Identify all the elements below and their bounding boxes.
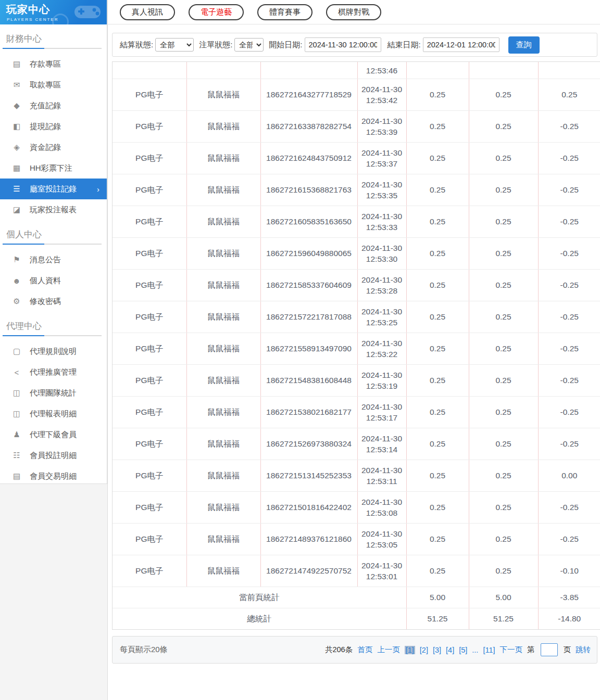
sidebar-item[interactable]: ☷ 會員投註明細 — [0, 445, 107, 466]
table-row: PG电子 鼠鼠福福 1862721585337604609 2024-11-30… — [113, 270, 600, 301]
sidebar-item[interactable]: < 代理推廣管理 — [0, 362, 107, 383]
sidebar-item[interactable]: ▤ 存款專區 — [0, 54, 107, 74]
page-number-link[interactable]: [5] — [459, 646, 467, 654]
cell-game-name: 鼠鼠福福 — [186, 79, 260, 111]
summary-win-loss: -14.80 — [538, 608, 600, 630]
cell-game-name: 鼠鼠福福 — [186, 270, 260, 301]
cell-win-loss: 0.25 — [538, 79, 600, 111]
summary-label: 總統計 — [113, 608, 406, 630]
sidebar-item[interactable]: ▢ 代理規則說明 — [0, 341, 107, 362]
cell-order-id: 1862721489376121860 — [260, 524, 357, 555]
sidebar-item-label: 消息公告 — [30, 255, 99, 265]
cell-game-name: 鼠鼠福福 — [186, 206, 260, 238]
goto-page-input[interactable] — [541, 643, 558, 656]
prev-page-link[interactable]: 上一页 — [377, 645, 400, 655]
table-row: PG电子 鼠鼠福福 1862721596049880065 2024-11-30… — [113, 238, 600, 270]
cell-platform: PG电子 — [113, 460, 186, 492]
sidebar-item[interactable]: ⚑ 消息公告 — [0, 249, 107, 270]
cell-time: 2024-11-3012:53:14 — [357, 428, 406, 460]
sidebar-item[interactable]: ◈ 資金記錄 — [0, 137, 107, 158]
page-number-link[interactable]: [4] — [446, 646, 454, 654]
sidebar-item[interactable]: ⚙ 修改密碼 — [0, 291, 107, 312]
sidebar-item[interactable]: ◧ 提現記錄 — [0, 116, 107, 137]
cell-time: 2024-11-3012:53:39 — [357, 111, 406, 143]
cell-game-name: 鼠鼠福福 — [186, 111, 260, 143]
table-row: PG电子 鼠鼠福福 1862721474922570752 2024-11-30… — [113, 555, 600, 587]
first-page-link[interactable]: 首页 — [357, 645, 372, 655]
cell-game-name: 鼠鼠福福 — [186, 333, 260, 365]
cell-valid-bet: 0.25 — [469, 365, 538, 397]
deposit-card-icon: ▤ — [12, 59, 21, 69]
pager: 共206条 首页 上一页 [1] [2] [3] [4] [5] — [325, 643, 591, 656]
settle-status-select[interactable]: 全部 — [155, 38, 194, 52]
sidebar-item-label: 取款專區 — [30, 80, 99, 90]
sidebar-item[interactable]: ◫ 代理團隊統計 — [0, 383, 107, 403]
cell-valid-bet: 0.25 — [469, 460, 538, 492]
page-number-link[interactable]: ... — [472, 646, 478, 654]
cell-bet-amount: 0.25 — [406, 555, 469, 587]
goto-suffix-label: 页 — [564, 645, 571, 655]
page-number-link[interactable]: [3] — [433, 646, 441, 654]
cell-order-id: 1862721596049880065 — [260, 238, 357, 270]
cell-valid-bet: 0.25 — [469, 143, 538, 174]
sidebar-item[interactable]: ◪ 玩家投注報表 — [0, 199, 107, 220]
category-tab[interactable]: 電子遊藝 — [189, 4, 244, 20]
wallet-icon: ◧ — [12, 122, 21, 131]
cell-order-id: 1862721572217817088 — [260, 301, 357, 333]
cell-bet-amount: 0.25 — [406, 206, 469, 238]
start-date-input[interactable] — [305, 37, 381, 52]
cell-game-name: 鼠鼠福福 — [186, 524, 260, 555]
cell-platform: PG电子 — [113, 238, 186, 270]
sidebar-item[interactable]: ♟ 代理下級會員 — [0, 424, 107, 445]
end-date-label: 結束日期: — [388, 40, 421, 50]
sidebar-item[interactable]: ▤ 會員交易明細 — [0, 466, 107, 487]
cell-bet-amount: 0.25 — [406, 524, 469, 555]
table-row: PG电子 鼠鼠福福 1862721548381608448 2024-11-30… — [113, 365, 600, 397]
next-page-link[interactable]: 下一页 — [500, 645, 523, 655]
cell-time: 2024-11-3012:53:30 — [357, 238, 406, 270]
sidebar-item[interactable]: ✉ 取款專區 — [0, 74, 107, 95]
cell-time: 2024-11-3012:53:01 — [357, 555, 406, 587]
end-date-input[interactable] — [423, 37, 499, 52]
report-detail-icon: ◫ — [12, 409, 21, 418]
cell-time: 2024-11-3012:53:22 — [357, 333, 406, 365]
page-number-link[interactable]: [11] — [483, 646, 495, 654]
sidebar-item[interactable]: ◆ 充值記錄 — [0, 95, 107, 116]
sidebar-item[interactable]: ☰ 廳室投註記錄 › — [0, 179, 107, 199]
sidebar-item[interactable]: ▦ HH彩票下注 — [0, 158, 107, 179]
page-number-link[interactable]: [2] — [420, 646, 428, 654]
cell-bet-amount: 0.25 — [406, 111, 469, 143]
member-bets-icon: ☷ — [12, 451, 21, 460]
cell-bet-amount: 0.25 — [406, 174, 469, 206]
cell-platform: PG电子 — [113, 397, 186, 428]
sidebar-item[interactable]: ☻ 個人資料 — [0, 270, 107, 291]
order-status-select[interactable]: 全部 — [234, 38, 264, 52]
section-divider — [3, 244, 102, 245]
page-links: [1] [2] [3] [4] [5] ... [11] — [405, 646, 495, 654]
cell-win-loss: -0.25 — [538, 270, 600, 301]
sidebar-item[interactable]: ◫ 代理報表明細 — [0, 403, 107, 424]
table-row: PG电子 鼠鼠福福 1862721513145252353 2024-11-30… — [113, 460, 600, 492]
cell-order-id: 1862721624843750912 — [260, 143, 357, 174]
category-tab[interactable]: 體育賽事 — [257, 4, 312, 20]
summary-row-current-page: 當前頁統計 5.00 5.00 -3.85 — [113, 587, 600, 608]
table-row: PG电子 鼠鼠福福 1862721624843750912 2024-11-30… — [113, 143, 600, 174]
summary-bet: 5.00 — [406, 587, 469, 608]
page-number-link[interactable]: [1] — [405, 646, 415, 654]
cell-order-id: 1862721558913497090 — [260, 333, 357, 365]
cell-bet-amount: 0.25 — [406, 365, 469, 397]
query-button[interactable]: 查詢 — [508, 36, 540, 54]
cell-order-id: 1862721585337604609 — [260, 270, 357, 301]
category-tab[interactable]: 真人視訊 — [120, 4, 175, 20]
table-row: PG电子 鼠鼠福福 1862721489376121860 2024-11-30… — [113, 524, 600, 555]
table-row: PG电子 鼠鼠福福 1862721643277718529 2024-11-30… — [113, 79, 600, 111]
page: 玩家中心 PLAYERS CENTER 財務中心 ▤ 存款專區 — [0, 0, 600, 700]
sidebar-item-label: 個人資料 — [30, 276, 99, 286]
cell-valid-bet: 0.25 — [469, 428, 538, 460]
goto-jump-link[interactable]: 跳转 — [576, 645, 591, 655]
cell-order-id: 1862721548381608448 — [260, 365, 357, 397]
sidebar-item-label: 代理團隊統計 — [30, 388, 99, 398]
category-tab[interactable]: 棋牌對戰 — [326, 4, 381, 20]
cell-platform: PG电子 — [113, 206, 186, 238]
cell-platform: PG电子 — [113, 79, 186, 111]
